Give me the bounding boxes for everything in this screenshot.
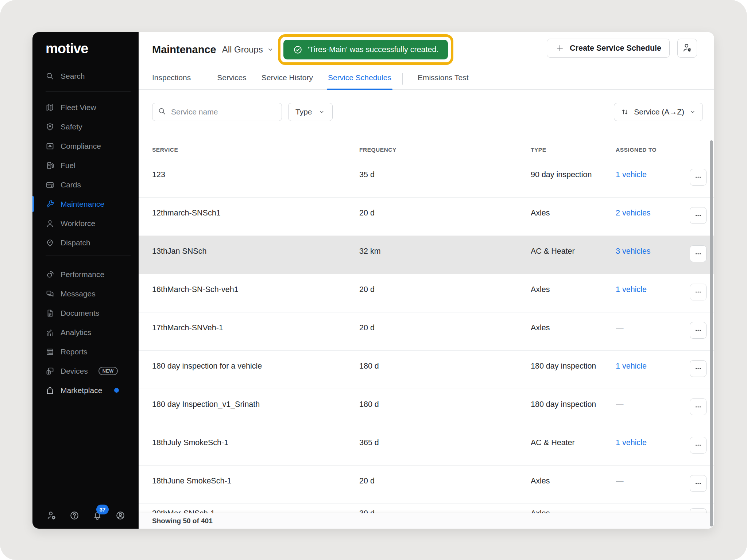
type-cell: 180 day inspection: [531, 389, 616, 427]
row-actions-menu-button[interactable]: [690, 284, 707, 300]
sidebar-item-workforce[interactable]: Workforce: [32, 214, 139, 233]
create-service-schedule-button[interactable]: Create Service Schedule: [547, 39, 670, 58]
sidebar-item-marketplace[interactable]: Marketplace: [32, 381, 139, 400]
frequency-cell: 365 d: [359, 427, 531, 465]
account-icon: [115, 510, 125, 521]
header-actions: Create Service Schedule: [547, 39, 697, 58]
table-row-12thmarch-snsch1[interactable]: 12thmarch-SNSch120 dAxles2 vehicles: [139, 198, 714, 236]
sidebar-item-documents[interactable]: Documents: [32, 303, 139, 323]
help-button[interactable]: [69, 510, 80, 521]
tab-service-schedules[interactable]: Service Schedules: [328, 73, 391, 89]
assigned-vehicles-link[interactable]: 1 vehicle: [616, 438, 647, 447]
service-search-box: [152, 103, 282, 121]
search-icon: [158, 107, 166, 117]
sort-dropdown[interactable]: Service (A→Z): [614, 103, 703, 121]
table-header-row: SERVICE FREQUENCY TYPE ASSIGNED TO: [139, 140, 714, 159]
sidebar-search[interactable]: Search: [32, 66, 139, 86]
sidebar-divider: [46, 256, 131, 256]
row-actions-menu-button[interactable]: [690, 475, 707, 492]
table-row-18thjune-smokesch-1[interactable]: 18thJune SmokeSch-120 dAxles—: [139, 466, 714, 504]
type-cell: Axles: [531, 466, 616, 503]
notification-dot: [114, 388, 119, 393]
service-schedules-table: SERVICE FREQUENCY TYPE ASSIGNED TO 12335…: [139, 140, 714, 529]
type-filter-dropdown[interactable]: Type: [288, 103, 333, 121]
sidebar-item-performance[interactable]: Performance: [32, 265, 139, 284]
table-footer: Showing 50 of 401: [139, 513, 714, 529]
group-selector[interactable]: All Groups: [222, 44, 274, 55]
row-actions-menu-button[interactable]: [690, 245, 707, 262]
row-actions-menu-button[interactable]: [690, 437, 707, 454]
tab-emissions-test[interactable]: Emissions Test: [418, 73, 469, 89]
column-header-assigned-to: ASSIGNED TO: [616, 147, 683, 153]
filter-bar: Type Service (A→Z): [139, 103, 714, 121]
service-search-input[interactable]: [171, 108, 276, 116]
sidebar-item-safety[interactable]: Safety: [32, 117, 139, 136]
sidebar-item-compliance[interactable]: Compliance: [32, 136, 139, 156]
table-row-17thmarch-snveh-1[interactable]: 17thMarch-SNVeh-120 dAxles—: [139, 312, 714, 351]
sidebar-item-label: Documents: [61, 309, 99, 318]
sidebar-item-fleet-view[interactable]: Fleet View: [32, 98, 139, 117]
vertical-scrollbar-thumb[interactable]: [710, 140, 713, 526]
screen-background: motive Search Fleet ViewSafetyCompliance…: [0, 0, 747, 560]
bell-button[interactable]: 37: [92, 510, 102, 521]
sidebar-item-devices[interactable]: DevicesNEW: [32, 361, 139, 381]
sidebar-item-label: Reports: [61, 347, 88, 356]
frequency-cell: 32 km: [359, 236, 531, 274]
table-row-180-day-inspection-v1-srinath[interactable]: 180 day Inspection_v1_Srinath180 d180 da…: [139, 389, 714, 427]
sidebar-secondary-nav: PerformanceMessagesDocumentsAnalyticsRep…: [32, 265, 139, 400]
type-cell: AC & Heater: [531, 236, 616, 274]
assigned-vehicles-link[interactable]: 2 vehicles: [616, 209, 651, 217]
sidebar-item-maintenance[interactable]: Maintenance: [32, 194, 139, 214]
frequency-cell: 20 d: [359, 312, 531, 350]
user-settings-icon: [682, 43, 692, 54]
column-header-frequency: FREQUENCY: [359, 147, 531, 153]
sidebar-item-dispatch[interactable]: Dispatch: [32, 233, 139, 252]
row-actions-menu-button[interactable]: [690, 360, 707, 377]
sidebar-search-label: Search: [61, 72, 85, 81]
user-settings-icon: [46, 510, 57, 521]
sidebar-item-label: Fuel: [61, 161, 76, 170]
chevron-down-icon: [266, 46, 274, 54]
create-button-label: Create Service Schedule: [570, 44, 661, 53]
devices-icon: [46, 367, 54, 376]
row-actions-menu-button[interactable]: [690, 169, 707, 186]
table-row-18thjuly-smokesch-1[interactable]: 18thJuly SmokeSch-1365 dAC & Heater1 veh…: [139, 427, 714, 466]
row-actions-menu-button[interactable]: [690, 207, 707, 224]
assigned-none-dash: —: [616, 400, 624, 409]
assigned-vehicles-link[interactable]: 1 vehicle: [616, 285, 647, 294]
assigned-vehicles-link[interactable]: 3 vehicles: [616, 247, 651, 256]
type-cell: Axles: [531, 198, 616, 236]
sidebar-item-fuel[interactable]: Fuel: [32, 156, 139, 175]
row-actions-menu-button[interactable]: [690, 398, 707, 415]
user-settings-button[interactable]: [677, 39, 697, 58]
sidebar-item-analytics[interactable]: Analytics: [32, 323, 139, 342]
search-icon: [46, 72, 54, 81]
app-window: motive Search Fleet ViewSafetyCompliance…: [32, 32, 714, 529]
table-row-16thmarch-sn-sch-veh1[interactable]: 16thMarch-SN-Sch-veh120 dAxles1 vehicle: [139, 274, 714, 312]
user-settings-button[interactable]: [46, 510, 57, 521]
assigned-vehicles-link[interactable]: 1 vehicle: [616, 170, 647, 179]
column-header-service: SERVICE: [152, 147, 359, 153]
tab-inspections[interactable]: Inspections: [152, 73, 191, 89]
compliance-icon: [46, 142, 54, 151]
sidebar-item-cards[interactable]: Cards: [32, 175, 139, 194]
assigned-to-cell: —: [616, 312, 683, 350]
motive-logo[interactable]: motive: [46, 42, 139, 55]
service-cell: 12thmarch-SNSch1: [152, 198, 359, 236]
tab-service-history[interactable]: Service History: [262, 73, 313, 89]
sidebar-item-reports[interactable]: Reports: [32, 342, 139, 361]
row-actions-menu-button[interactable]: [690, 322, 707, 339]
page-title: Maintenance: [152, 44, 216, 56]
sidebar-item-label: Cards: [61, 180, 81, 189]
sidebar-item-messages[interactable]: Messages: [32, 284, 139, 303]
table-row-123[interactable]: 12335 d90 day inspection1 vehicle: [139, 159, 714, 198]
assigned-vehicles-link[interactable]: 1 vehicle: [616, 362, 647, 370]
tab-services[interactable]: Services: [217, 73, 247, 89]
plus-icon: [555, 43, 565, 53]
table-row-13thjan-snsch[interactable]: 13thJan SNSch32 kmAC & Heater3 vehicles: [139, 236, 714, 274]
toast-highlight-ring: 'Tires-Main' was successfully created.: [278, 34, 454, 65]
tab-divider: [402, 73, 403, 85]
table-row-180-day-inspection-for-a-vehicle[interactable]: 180 day inspection for a vehicle180 d180…: [139, 351, 714, 389]
chevron-down-icon: [318, 108, 325, 116]
account-button[interactable]: [115, 510, 125, 521]
